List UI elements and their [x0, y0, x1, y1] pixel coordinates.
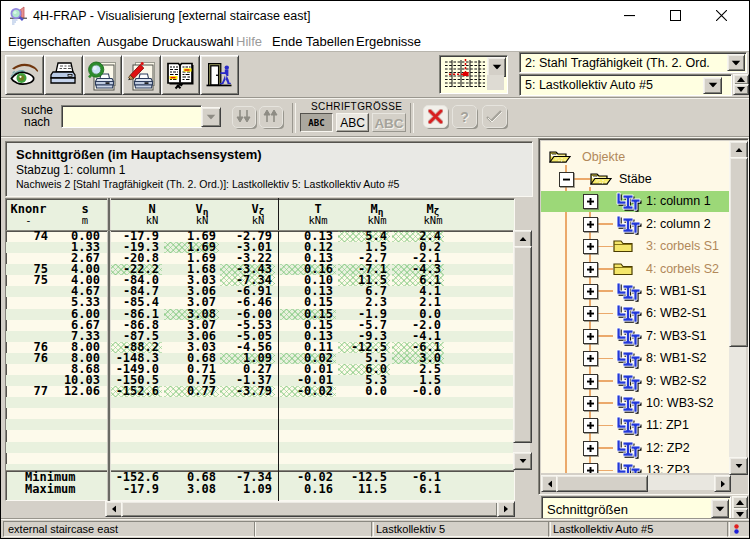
fontsize-small-button[interactable]: ABC	[300, 113, 333, 132]
lit-icon[interactable]	[613, 281, 642, 306]
tree-item[interactable]: 3: corbels S1	[541, 236, 729, 257]
tree-scroll-down-button[interactable]	[729, 457, 748, 475]
close-button[interactable]	[698, 1, 744, 30]
search-input[interactable]	[63, 107, 197, 125]
tree-expander-plus[interactable]	[583, 194, 598, 209]
result-type-value[interactable]: Schnittgrößen	[547, 502, 628, 517]
help-button[interactable]: ?	[452, 105, 477, 128]
tree-item[interactable]: 5: WB1-S1	[541, 281, 729, 302]
menu-druckauswahl[interactable]: Druckauswahl	[152, 34, 234, 49]
lit-icon[interactable]	[613, 326, 642, 351]
tree-item-label[interactable]: 4: corbels S2	[646, 262, 719, 276]
print-selection-button[interactable]	[122, 55, 161, 95]
tree-expander-plus[interactable]	[583, 463, 598, 473]
tree-item[interactable]: 2: column 2	[541, 214, 729, 235]
lit-icon[interactable]	[613, 303, 642, 328]
tree-item-label[interactable]: 13: ZP3	[646, 463, 690, 473]
table-horizontal-scrollbar[interactable]	[105, 501, 513, 515]
tree-vscroll-thumb[interactable]	[729, 157, 748, 347]
menu-hilfe[interactable]: Hilfe	[236, 34, 262, 49]
tree-item[interactable]: 8: WB1-S2	[541, 348, 729, 369]
folder-closed-icon[interactable]	[613, 238, 635, 258]
tree-item[interactable]: 11: ZP1	[541, 415, 729, 436]
fontsize-medium-button[interactable]: ABC	[336, 113, 369, 132]
tree-item-label[interactable]: 6: WB2-S1	[646, 306, 706, 320]
tree-item-label[interactable]: 11: ZP1	[646, 418, 689, 432]
table-row[interactable]	[6, 442, 514, 453]
table-row[interactable]	[6, 408, 514, 419]
cancel-button[interactable]	[423, 105, 448, 128]
tree-scroll-right-button[interactable]	[714, 475, 731, 492]
search-dropdown-button[interactable]	[201, 107, 221, 127]
table-row[interactable]: 7712.06-152.60.77-3.79-0.020.0-0.0	[6, 386, 514, 397]
folder-open-icon[interactable]	[549, 149, 571, 169]
menu-ausgabe[interactable]: Ausgabe	[97, 34, 148, 49]
tree-item[interactable]: 9: WB2-S2	[541, 371, 729, 392]
tree-item[interactable]: 12: ZP2	[541, 438, 729, 459]
tree-item-label[interactable]: 3: corbels S1	[646, 239, 719, 253]
tree-item[interactable]: Stäbe	[541, 169, 729, 190]
scroll-down-button[interactable]	[513, 452, 532, 470]
tree-item-label[interactable]: 9: WB2-S2	[646, 374, 706, 388]
tree-item[interactable]: 4: corbels S2	[541, 259, 729, 280]
tree-item-label[interactable]: 1: column 1	[646, 194, 711, 208]
tree-expander-plus[interactable]	[583, 441, 598, 456]
menu-ende-tabellen[interactable]: Ende Tabellen	[272, 34, 354, 49]
folder-closed-icon[interactable]	[613, 261, 635, 281]
print-button[interactable]	[44, 55, 83, 95]
tree-item-label[interactable]: 5: WB1-S1	[646, 284, 706, 298]
table-row[interactable]	[6, 419, 514, 430]
tree-expander-plus[interactable]	[583, 374, 598, 389]
lit-icon[interactable]	[613, 393, 642, 418]
exit-button[interactable]	[200, 55, 239, 95]
tree-vertical-scrollbar[interactable]	[729, 141, 746, 473]
table-row[interactable]	[6, 430, 514, 441]
lit-icon[interactable]	[613, 191, 642, 216]
table-crosshair-icon[interactable]	[444, 59, 486, 88]
lastfall-spin-down[interactable]	[733, 84, 749, 95]
tree-item[interactable]: 6: WB2-S1	[541, 303, 729, 324]
tree-expander-plus[interactable]	[583, 262, 598, 277]
tree-item-label[interactable]: 2: column 2	[646, 217, 711, 231]
tree-item-label[interactable]: 12: ZP2	[646, 441, 690, 455]
tree-expander-minus[interactable]	[559, 172, 574, 187]
horizontal-scroll-thumb[interactable]	[121, 501, 498, 517]
menu-eigenschaften[interactable]: Eigenschaften	[8, 34, 90, 49]
folder-open-icon[interactable]	[590, 171, 612, 191]
tree-expander-plus[interactable]	[583, 306, 598, 321]
find-next-button[interactable]	[232, 106, 256, 128]
tree-expander-plus[interactable]	[583, 418, 598, 433]
lit-icon[interactable]	[613, 348, 642, 373]
confirm-button[interactable]	[482, 105, 507, 128]
table-view-dropdown-button[interactable]	[487, 57, 506, 77]
minimize-button[interactable]	[606, 1, 652, 30]
tree-item[interactable]: Objekte	[541, 147, 729, 168]
tree-expander-plus[interactable]	[583, 396, 598, 411]
lastfall-dropdown-button[interactable]	[703, 77, 722, 94]
tree-item-label[interactable]: 10: WB3-S2	[646, 396, 713, 410]
tree-item[interactable]: 7: WB3-S1	[541, 326, 729, 347]
lit-icon[interactable]	[613, 214, 642, 239]
tree-expander-plus[interactable]	[583, 329, 598, 344]
nachweis-combo-value[interactable]: 2: Stahl Tragfähigkeit (Th. 2. Ord.	[525, 56, 710, 70]
scroll-right-button[interactable]	[497, 501, 515, 517]
tree-horizontal-scrollbar[interactable]	[541, 475, 729, 490]
maximize-button[interactable]	[652, 1, 698, 30]
tree-expander-plus[interactable]	[583, 351, 598, 366]
lit-icon[interactable]	[613, 438, 642, 463]
lit-icon[interactable]	[613, 460, 642, 473]
lit-icon[interactable]	[613, 415, 642, 440]
tree-item-label[interactable]: Objekte	[582, 150, 625, 164]
tree-item-label[interactable]: 8: WB1-S2	[646, 351, 706, 365]
find-prev-button[interactable]	[259, 106, 283, 128]
tree-expander-plus[interactable]	[583, 284, 598, 299]
tree-item[interactable]: 1: column 1	[541, 191, 729, 212]
vertical-scroll-thumb[interactable]	[513, 246, 532, 443]
tree-item-label[interactable]: 7: WB3-S1	[646, 329, 706, 343]
tree-expander-plus[interactable]	[583, 239, 598, 254]
table-vertical-scrollbar[interactable]	[513, 230, 530, 468]
lastfall-combo-value[interactable]: 5: Lastkollektiv Auto #5	[525, 78, 653, 92]
view-button[interactable]	[5, 55, 44, 95]
tree-expander-plus[interactable]	[583, 217, 598, 232]
protocol-button[interactable]	[161, 55, 200, 95]
